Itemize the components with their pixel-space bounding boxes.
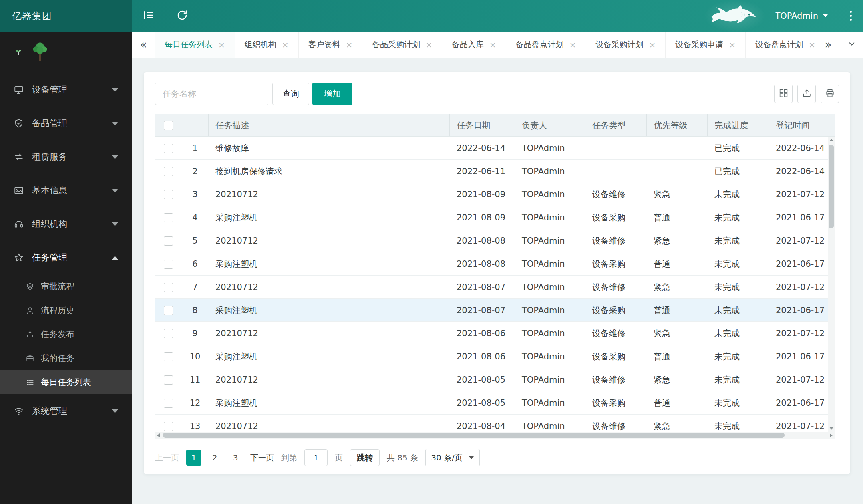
table-row[interactable]: 11202107122021-08-05TOPAdmin设备维修紧急未完成202… [155, 368, 835, 391]
tab-2[interactable]: 客户资料× [299, 32, 363, 58]
row-checkbox[interactable] [164, 399, 173, 408]
page-button-2[interactable]: 2 [207, 450, 222, 466]
tab-8[interactable]: 设备盘点计划× [746, 32, 817, 58]
tab-label: 设备采购计划 [596, 39, 644, 50]
sidebar-item-equipment[interactable]: 设备管理 [0, 73, 132, 107]
sidebar-item-basic-info[interactable]: 基本信息 [0, 174, 132, 207]
refresh-button[interactable] [165, 0, 199, 32]
next-page-button[interactable]: 下一页 [250, 452, 274, 463]
tabs-scroll-right-button[interactable]: » [817, 32, 840, 58]
scroll-right-icon[interactable] [828, 432, 835, 439]
tab-close-icon[interactable]: × [282, 41, 289, 49]
page-size-select[interactable]: 30 条/页 [425, 449, 480, 466]
tab-close-icon[interactable]: × [729, 41, 736, 49]
cell-task-desc: 20210712 [208, 229, 449, 252]
sidebar-toggle-button[interactable] [132, 0, 165, 32]
jump-button[interactable]: 跳转 [350, 449, 380, 466]
tab-4[interactable]: 备品入库× [442, 32, 506, 58]
vertical-scrollbar[interactable] [828, 137, 835, 432]
vertical-scroll-thumb[interactable] [829, 145, 834, 228]
table-row[interactable]: 9202107122021-08-06TOPAdmin设备维修紧急未完成2021… [155, 322, 835, 345]
row-checkbox[interactable] [164, 352, 173, 361]
table-row[interactable]: 4采购注塑机2021-08-09TOPAdmin设备采购普通未完成2021-06… [155, 206, 835, 229]
sidebar-item-system[interactable]: 系统管理 [0, 394, 132, 428]
scroll-left-icon[interactable] [155, 432, 162, 439]
horizontal-scrollbar[interactable] [155, 432, 835, 439]
table-row[interactable]: 7202107122021-08-07TOPAdmin设备维修紧急未完成2021… [155, 276, 835, 299]
more-menu-button[interactable] [838, 0, 863, 32]
cell-checkbox [155, 415, 182, 432]
refresh-icon [176, 9, 188, 22]
table-row[interactable]: 3202107122021-08-09TOPAdmin设备维修紧急未完成2021… [155, 183, 835, 206]
sidebar-item-label: 任务管理 [32, 252, 67, 264]
tab-close-icon[interactable]: × [809, 41, 815, 49]
table-row[interactable]: 13202107122021-08-04TOPAdmin设备维修紧急未完成202… [155, 415, 835, 432]
export-button[interactable] [797, 85, 816, 103]
pagination: 上一页 123 下一页 到第 页 跳转 共 85 条 30 条/页 [155, 449, 839, 466]
row-checkbox[interactable] [164, 213, 173, 222]
add-button[interactable]: 增加 [312, 83, 352, 105]
tab-1[interactable]: 组织机构× [235, 32, 299, 58]
tab-close-icon[interactable]: × [426, 41, 432, 49]
select-all-checkbox[interactable] [164, 121, 173, 130]
page-button-1[interactable]: 1 [186, 450, 201, 466]
table-row[interactable]: 12采购注塑机2021-08-05TOPAdmin设备采购普通未完成2021-0… [155, 391, 835, 415]
cell-task-date: 2021-08-05 [449, 391, 515, 415]
sidebar-item-organization[interactable]: 组织机构 [0, 207, 132, 241]
table-row[interactable]: 6采购注塑机2021-08-08TOPAdmin设备采购普通未完成2021-06… [155, 252, 835, 276]
tabs-scroll-left-button[interactable]: « [132, 32, 155, 58]
kebab-menu-icon [850, 11, 852, 21]
row-checkbox[interactable] [164, 422, 173, 431]
tab-close-icon[interactable]: × [218, 41, 225, 49]
row-checkbox[interactable] [164, 260, 173, 269]
scroll-up-icon[interactable] [828, 137, 835, 143]
sidebar-item-rental[interactable]: 租赁服务 [0, 140, 132, 174]
cell-register-time: 2021-06-17 18: [769, 252, 835, 276]
sidebar-subitem-task-publish[interactable]: 任务发布 [0, 322, 132, 346]
horizontal-scroll-thumb[interactable] [163, 433, 785, 438]
row-checkbox[interactable] [164, 306, 173, 315]
row-checkbox[interactable] [164, 167, 173, 176]
table-row[interactable]: 5202107122021-08-08TOPAdmin设备维修紧急未完成2021… [155, 229, 835, 252]
sidebar-subitem-my-tasks[interactable]: 我的任务 [0, 346, 132, 370]
row-checkbox[interactable] [164, 144, 173, 153]
query-button[interactable]: 查询 [272, 83, 309, 105]
tab-6[interactable]: 设备采购计划× [586, 32, 666, 58]
row-checkbox[interactable] [164, 190, 173, 199]
cell-priority: 普通 [646, 299, 707, 322]
sidebar-item-spare-parts[interactable]: 备品管理 [0, 107, 132, 140]
tab-3[interactable]: 备品采购计划× [362, 32, 442, 58]
tab-0[interactable]: 每日任务列表× [155, 32, 235, 58]
columns-toggle-button[interactable] [774, 85, 793, 103]
goto-prefix-label: 到第 [281, 452, 297, 463]
sidebar-subitem-approval-flow[interactable]: 审批流程 [0, 274, 132, 298]
task-name-search-input[interactable] [155, 83, 268, 105]
row-checkbox[interactable] [164, 375, 173, 385]
tab-close-icon[interactable]: × [649, 41, 656, 49]
table-row[interactable]: 10采购注塑机2021-08-06TOPAdmin设备采购普通未完成2021-0… [155, 345, 835, 368]
sidebar-subitem-flow-history[interactable]: 流程历史 [0, 298, 132, 322]
scroll-down-icon[interactable] [828, 425, 835, 432]
user-menu[interactable]: TOPAdmin [765, 0, 838, 32]
cell-task-type: 设备维修 [585, 322, 646, 345]
sidebar-item-task[interactable]: 任务管理 [0, 241, 132, 274]
print-button[interactable] [821, 85, 839, 103]
tab-close-icon[interactable]: × [346, 41, 353, 49]
page-button-3[interactable]: 3 [228, 450, 243, 466]
tab-close-icon[interactable]: × [489, 41, 496, 49]
sidebar-menu: 设备管理备品管理租赁服务基本信息组织机构任务管理审批流程流程历史任务发布我的任务… [0, 73, 132, 428]
tab-7[interactable]: 设备采购申请× [666, 32, 746, 58]
tab-close-icon[interactable]: × [569, 41, 576, 49]
tab-5[interactable]: 备品盘点计划× [506, 32, 586, 58]
row-checkbox[interactable] [164, 329, 173, 338]
sidebar-subitem-daily-task-list[interactable]: 每日任务列表 [0, 370, 132, 394]
row-checkbox[interactable] [164, 283, 173, 292]
table-row[interactable]: 8采购注塑机2021-08-07TOPAdmin设备采购普通未完成2021-06… [155, 299, 835, 322]
goto-page-input[interactable] [304, 449, 328, 466]
table-row[interactable]: 2接到机房保修请求2022-06-11TOPAdmin已完成2022-06-14… [155, 160, 835, 183]
cell-checkbox [155, 160, 182, 183]
prev-page-button[interactable]: 上一页 [155, 452, 179, 463]
tabs-dropdown-button[interactable] [840, 32, 863, 58]
table-row[interactable]: 1维修故障2022-06-14TOPAdmin已完成2022-06-14 11: [155, 137, 835, 160]
row-checkbox[interactable] [164, 236, 173, 246]
